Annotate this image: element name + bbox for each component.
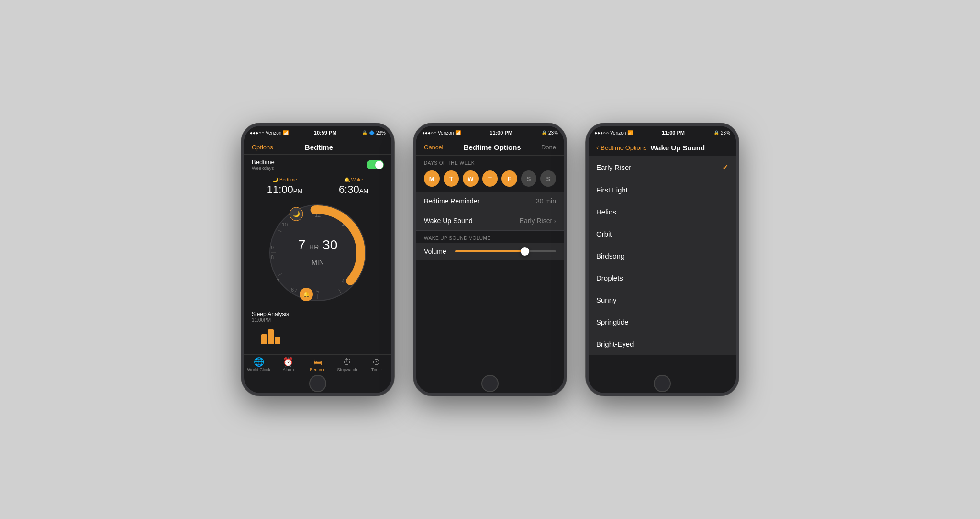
- bedtime-time-block: 🌙 Bedtime 11:00PM: [267, 175, 303, 196]
- bluetooth-icon-1: 🔷: [369, 130, 375, 135]
- volume-label: Volume: [424, 248, 450, 255]
- wake-up-sound-row[interactable]: Wake Up Sound Early Riser ›: [416, 211, 564, 231]
- battery-3: 23%: [721, 130, 730, 135]
- carrier-3: ●●●○○ Verizon: [594, 130, 626, 135]
- bedtime-time-display: 11:00PM: [267, 183, 303, 196]
- battery-2: 23%: [548, 130, 558, 135]
- bedtime-icon: 🛏: [313, 358, 322, 366]
- screen-2: Cancel Bedtime Options Done DAYS OF THE …: [416, 139, 564, 374]
- tab-timer-label: Timer: [371, 367, 382, 372]
- status-right-2: 🔒 23%: [541, 130, 558, 135]
- wifi-icon-1: 📶: [283, 130, 289, 135]
- home-button-2[interactable]: [481, 375, 499, 392]
- volume-thumb[interactable]: [521, 247, 529, 256]
- sleep-analysis-title: Sleep Analysis: [252, 311, 384, 317]
- status-time-3: 11:00 PM: [662, 130, 685, 135]
- bedtime-reminder-value: 30 min: [536, 197, 556, 205]
- day-sunday[interactable]: S: [540, 170, 556, 187]
- wifi-icon-3: 📶: [627, 130, 633, 135]
- svg-text:🌙: 🌙: [293, 210, 300, 217]
- tab-alarm[interactable]: ⏰ Alarm: [274, 358, 303, 372]
- phone-3: ●●●○○ Verizon 📶 11:00 PM 🔒 23% ‹ Bedtime…: [586, 123, 739, 396]
- bedtime-reminder-label: Bedtime Reminder: [424, 197, 479, 205]
- screen-1: Options Bedtime Bedtime Weekdays 🌙 Bedti…: [244, 139, 391, 374]
- stopwatch-icon: ⏱: [343, 358, 352, 366]
- wake-up-sound-value: Early Riser ›: [520, 217, 556, 225]
- status-bar-3: ●●●○○ Verizon 📶 11:00 PM 🔒 23%: [589, 126, 736, 139]
- status-bar-1: ●●●○○ Verizon 📶 10:59 PM 🔒 🔷 23%: [244, 126, 391, 139]
- home-button-3[interactable]: [654, 375, 671, 392]
- nav-bar-3: ‹ Bedtime Options Wake Up Sound: [589, 139, 736, 156]
- bedtime-icon: 🌙 Bedtime: [267, 175, 303, 183]
- cancel-button[interactable]: Cancel: [424, 144, 443, 151]
- phone-2: ●●●○○ Verizon 📶 11:00 PM 🔒 23% Cancel Be…: [413, 123, 567, 396]
- sound-item-first-light[interactable]: First Light: [589, 179, 736, 201]
- status-left-2: ●●●○○ Verizon 📶: [422, 130, 461, 135]
- sound-name-droplets: Droplets: [596, 274, 623, 282]
- tab-bar-1: 🌐 World Clock ⏰ Alarm 🛏 Bedtime ⏱ Stopwa…: [244, 354, 391, 374]
- chart-bar: [268, 329, 274, 344]
- nav-bar-1: Options Bedtime: [244, 139, 391, 155]
- done-button[interactable]: Done: [541, 144, 556, 151]
- sound-name-early-riser: Early Riser: [596, 163, 631, 171]
- wake-icon: 🔔 Wake: [339, 175, 368, 183]
- sleep-analysis-time: 11:00PM: [252, 317, 384, 323]
- times-row: 🌙 Bedtime 11:00PM 🔔 Wake 6:30AM: [244, 175, 391, 196]
- back-button[interactable]: Bedtime Options: [601, 144, 646, 151]
- clock-area: 🌙 Bedtime 11:00PM 🔔 Wake 6:30AM: [244, 173, 391, 354]
- day-friday[interactable]: F: [501, 170, 517, 187]
- sound-item-birdsong[interactable]: Birdsong: [589, 245, 736, 267]
- tab-bedtime[interactable]: 🛏 Bedtime: [303, 358, 333, 372]
- sound-name-helios: Helios: [596, 208, 616, 216]
- status-left-3: ●●●○○ Verizon 📶: [594, 130, 633, 135]
- bedtime-toggle-row: Bedtime Weekdays: [244, 155, 391, 173]
- home-bar-3: [589, 374, 736, 393]
- wifi-icon-2: 📶: [455, 130, 461, 135]
- wake-up-sound-label: Wake Up Sound: [424, 217, 472, 225]
- volume-fill: [455, 250, 523, 252]
- clock-dial[interactable]: 12 1 2 3 4 5 6 7 8 9 10 11: [263, 198, 373, 308]
- home-button-1[interactable]: [309, 375, 326, 392]
- tab-bedtime-label: Bedtime: [310, 367, 325, 372]
- volume-section-header: WAKE UP SOUND VOLUME: [416, 231, 564, 243]
- volume-slider-row: Volume: [416, 243, 564, 260]
- status-right-3: 🔒 23%: [713, 130, 730, 135]
- tab-timer[interactable]: ⏲ Timer: [362, 358, 391, 372]
- status-bar-2: ●●●○○ Verizon 📶 11:00 PM 🔒 23%: [416, 126, 564, 139]
- bedtime-label: Bedtime: [252, 158, 275, 166]
- svg-text:🔔: 🔔: [303, 291, 310, 298]
- sound-name-springtide: Springtide: [596, 318, 629, 326]
- day-tuesday[interactable]: T: [444, 170, 459, 187]
- sleep-analysis-chart: [252, 325, 384, 344]
- home-bar-1: [244, 374, 391, 393]
- screen-3: ‹ Bedtime Options Wake Up Sound Early Ri…: [589, 139, 736, 374]
- status-right-1: 🔒 🔷 23%: [362, 130, 386, 135]
- bedtime-toggle[interactable]: [367, 160, 384, 169]
- volume-track[interactable]: [455, 250, 556, 252]
- status-time-1: 10:59 PM: [314, 130, 337, 135]
- bedtime-reminder-row[interactable]: Bedtime Reminder 30 min: [416, 192, 564, 211]
- sound-item-orbit[interactable]: Orbit: [589, 223, 736, 245]
- sound-name-orbit: Orbit: [596, 230, 612, 238]
- day-thursday[interactable]: T: [482, 170, 498, 187]
- tab-stopwatch-label: Stopwatch: [337, 367, 357, 372]
- options-button[interactable]: Options: [252, 144, 273, 151]
- lock-icon-1: 🔒: [362, 130, 368, 135]
- day-monday[interactable]: M: [424, 170, 440, 187]
- tab-stopwatch[interactable]: ⏱ Stopwatch: [333, 358, 362, 372]
- day-wednesday[interactable]: W: [463, 170, 479, 187]
- tab-alarm-label: Alarm: [283, 367, 294, 372]
- sound-item-springtide[interactable]: Springtide: [589, 311, 736, 333]
- sound-item-bright-eyed[interactable]: Bright-Eyed: [589, 333, 736, 355]
- sound-item-droplets[interactable]: Droplets: [589, 267, 736, 289]
- tab-world-clock[interactable]: 🌐 World Clock: [244, 358, 274, 372]
- sound-item-sunny[interactable]: Sunny: [589, 289, 736, 311]
- duration-display: 7 HR 30 MIN: [290, 237, 345, 268]
- sound-item-helios[interactable]: Helios: [589, 201, 736, 223]
- day-saturday[interactable]: S: [521, 170, 537, 187]
- nav-title-1: Bedtime: [305, 143, 333, 151]
- sound-item-early-riser[interactable]: Early Riser ✓: [589, 156, 736, 179]
- world-clock-icon: 🌐: [254, 358, 264, 366]
- lock-icon-2: 🔒: [541, 130, 547, 135]
- chart-bar: [261, 334, 267, 344]
